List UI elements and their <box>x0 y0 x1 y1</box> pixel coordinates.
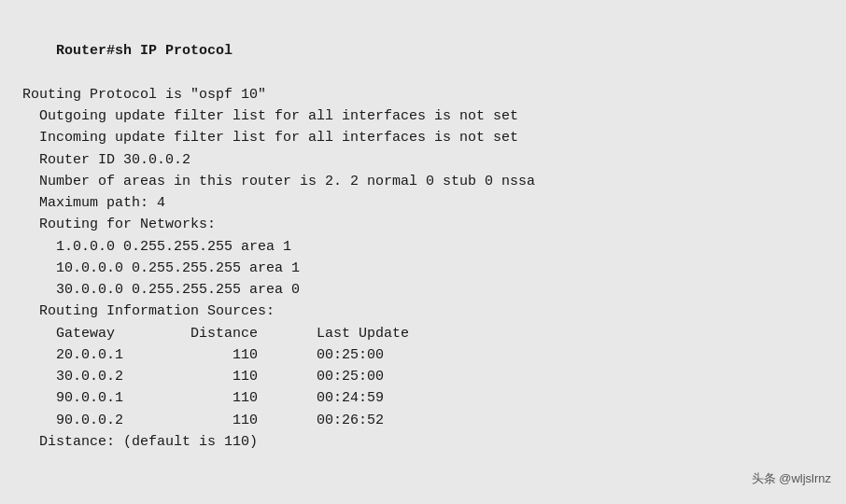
terminal-line: 30.0.0.2 110 00:25:00 <box>22 366 824 387</box>
terminal-line: Outgoing update filter list for all inte… <box>22 105 824 127</box>
terminal-container: Router#sh IP Protocol Routing Protocol i… <box>0 0 846 504</box>
terminal-title: Router#sh IP Protocol <box>56 43 233 59</box>
terminal-line: 30.0.0.0 0.255.255.255 area 0 <box>22 279 824 301</box>
terminal-line: Maximum path: 4 <box>22 192 824 214</box>
terminal-line: Routing Information Sources: <box>22 301 824 322</box>
terminal-line: Number of areas in this router is 2. 2 n… <box>22 171 824 192</box>
terminal-line: 90.0.0.1 110 00:24:59 <box>22 387 824 409</box>
terminal-line: Router ID 30.0.0.2 <box>22 149 824 171</box>
terminal-line: Incoming update filter list for all inte… <box>22 127 824 148</box>
terminal-line: 20.0.0.1 110 00:25:00 <box>22 344 824 366</box>
terminal-line: 90.0.0.2 110 00:26:52 <box>22 410 824 431</box>
watermark: 头条 @wljslrnz <box>752 470 831 487</box>
terminal-line: Routing Protocol is "ospf 10" <box>22 84 824 105</box>
terminal-line: Routing for Networks: <box>22 214 824 235</box>
terminal-line: Distance: (default is 110) <box>22 431 824 453</box>
terminal-line: 10.0.0.0 0.255.255.255 area 1 <box>22 258 824 279</box>
terminal-body: Routing Protocol is "ospf 10" Outgoing u… <box>22 84 824 453</box>
terminal-line: Gateway Distance Last Update <box>22 323 824 344</box>
terminal-line: 1.0.0.0 0.255.255.255 area 1 <box>22 236 824 258</box>
